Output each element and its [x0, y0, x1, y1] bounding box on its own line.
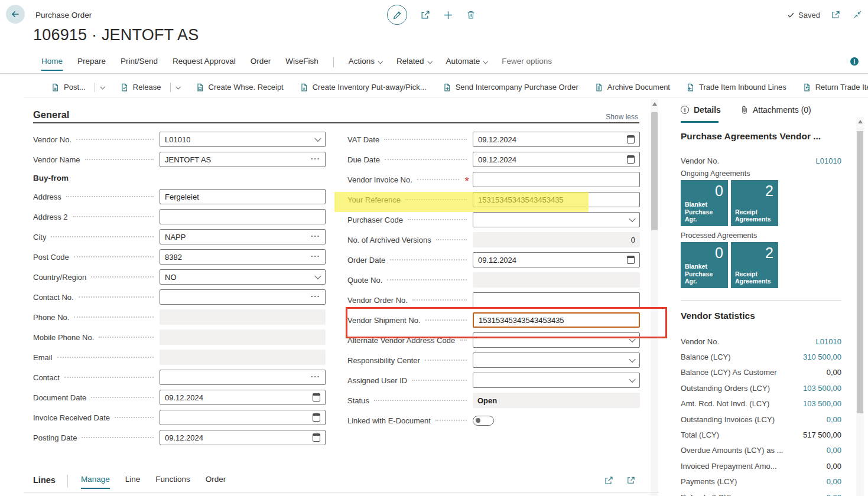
purchase-order-page: Purchase Order Saved 106915 · JENTOFT AS… — [0, 0, 868, 496]
contact-no-field[interactable] — [160, 289, 326, 305]
posting-date-field[interactable]: 09.12.2024 — [160, 430, 326, 445]
chevron-down-icon[interactable] — [629, 216, 635, 222]
chevron-down-icon[interactable] — [314, 273, 321, 279]
back-arrow-icon — [11, 9, 20, 19]
info-icon[interactable]: i — [850, 57, 859, 66]
cue-tile-receipt-agreements-processed[interactable]: 2 Receipt Agreements — [731, 242, 778, 288]
assigned-user-id-field[interactable] — [473, 373, 640, 388]
chevron-down-icon[interactable] — [314, 135, 321, 142]
main-scrollbar[interactable] — [651, 99, 658, 496]
release-button[interactable]: Release — [120, 83, 180, 92]
archive-document-button[interactable]: Archive Document — [594, 83, 670, 92]
scroll-up-arrow-icon[interactable] — [858, 120, 863, 123]
tab-attachments[interactable]: Attachments (0) — [741, 105, 811, 115]
tab-request-approval[interactable]: Request Approval — [173, 57, 236, 71]
menu-related[interactable]: Related — [396, 57, 431, 71]
delete-button[interactable] — [466, 10, 476, 19]
vat-date-field[interactable]: 09.12.2024 — [473, 132, 640, 147]
tab-wisefish[interactable]: WiseFish — [285, 57, 318, 71]
alternate-vendor-address-field[interactable] — [473, 332, 640, 348]
saved-indicator: Saved — [787, 11, 820, 19]
scroll-up-arrow-icon[interactable] — [652, 102, 657, 106]
cue-tile-blanket-purchase-ongoing[interactable]: 0 Blanket Purchase Agr. — [681, 180, 728, 226]
vendor-shipment-no-field[interactable]: 15315345343543453435 — [473, 312, 640, 328]
city-field[interactable]: NAPP — [160, 229, 326, 244]
lines-menu-order[interactable]: Order — [206, 475, 226, 489]
country-region-field[interactable]: NO — [160, 269, 326, 285]
collapse-button[interactable] — [853, 10, 862, 19]
chevron-down-icon[interactable] — [175, 84, 180, 89]
chevron-down-icon[interactable] — [629, 376, 635, 383]
address-field[interactable]: Fergeleiet — [160, 189, 326, 204]
calendar-icon[interactable] — [627, 256, 635, 264]
stat-row-outstanding-orders: Outstanding Orders (LCY)103 500,00 — [681, 380, 841, 396]
vendor-order-no-field[interactable] — [473, 292, 640, 308]
field-row-due-date: Due Date 09.12.2024 — [347, 149, 640, 169]
tab-print-send[interactable]: Print/Send — [121, 57, 158, 71]
menu-automate[interactable]: Automate — [446, 57, 487, 71]
panel-scrollbar[interactable] — [856, 117, 864, 496]
edit-button[interactable] — [387, 5, 407, 25]
fewer-options-button[interactable]: Fewer options — [502, 57, 552, 71]
tab-home[interactable]: Home — [41, 57, 63, 71]
popout-button[interactable] — [831, 10, 840, 19]
invoice-received-date-field[interactable] — [160, 410, 326, 425]
active-tab-underline — [681, 121, 719, 123]
vendor-name-field[interactable]: JENTOFT AS — [160, 152, 326, 167]
assist-edit-icon[interactable] — [311, 292, 320, 300]
vendor-invoice-no-field[interactable] — [473, 172, 640, 187]
tab-details[interactable]: i Details — [681, 105, 721, 115]
menu-actions[interactable]: Actions — [349, 57, 382, 71]
plus-icon — [443, 10, 453, 20]
cue-tile-blanket-purchase-processed[interactable]: 0 Blanket Purchase Agr. — [681, 242, 728, 288]
send-intercompany-button[interactable]: Send Intercompany Purchase Order — [443, 83, 578, 92]
chevron-down-icon[interactable] — [100, 84, 105, 89]
chevron-down-icon[interactable] — [629, 336, 635, 342]
chevron-down-icon[interactable] — [629, 356, 635, 363]
scrollbar-thumb[interactable] — [651, 112, 658, 230]
calendar-icon[interactable] — [313, 393, 320, 402]
assist-edit-icon[interactable] — [311, 155, 320, 162]
contact-field[interactable] — [160, 370, 326, 385]
lines-expand-button[interactable] — [626, 476, 635, 485]
create-inventory-putaway-button[interactable]: Create Inventory Put-away/Pick... — [300, 83, 427, 92]
your-reference-field[interactable]: 15315345343543453435 — [473, 192, 640, 207]
tab-order[interactable]: Order — [251, 57, 271, 71]
trade-item-inbound-lines-button[interactable]: Trade Item Inbound Lines — [686, 83, 786, 92]
create-whse-receipt-button[interactable]: Create Whse. Receipt — [196, 83, 284, 92]
assist-edit-icon[interactable] — [311, 252, 320, 260]
post-code-field[interactable]: 8382 — [160, 249, 326, 265]
new-document-button[interactable] — [443, 10, 453, 20]
calendar-icon[interactable] — [627, 135, 635, 143]
lines-menu-manage[interactable]: Manage — [81, 475, 110, 489]
field-row-purchaser-code: Purchaser Code — [347, 210, 640, 230]
vendor-no-link[interactable]: L01010 — [816, 156, 841, 165]
lines-menu-line[interactable]: Line — [125, 475, 141, 489]
due-date-field[interactable]: 09.12.2024 — [473, 152, 640, 167]
lines-menu-functions[interactable]: Functions — [155, 475, 190, 489]
lines-divider — [67, 475, 68, 488]
show-less-link[interactable]: Show less — [606, 113, 638, 121]
assist-edit-icon[interactable] — [311, 232, 320, 240]
document-date-field[interactable]: 09.12.2024 — [160, 390, 326, 405]
order-date-field[interactable]: 09.12.2024 — [473, 252, 640, 267]
linked-edocument-toggle[interactable] — [473, 416, 494, 426]
back-button[interactable] — [6, 5, 25, 24]
post-button[interactable]: Post... — [51, 83, 104, 92]
collapse-arrows-icon — [853, 10, 862, 19]
calendar-icon[interactable] — [313, 413, 320, 422]
calendar-icon[interactable] — [627, 155, 635, 164]
field-row-vendor-name: Vendor Name JENTOFT AS — [33, 149, 326, 169]
purchaser-code-field[interactable] — [473, 212, 640, 227]
return-trade-items-button[interactable]: Return Trade Items — [802, 83, 868, 92]
calendar-icon[interactable] — [313, 433, 320, 442]
responsibility-center-field[interactable] — [473, 353, 640, 368]
scrollbar-thumb[interactable] — [857, 131, 863, 413]
assist-edit-icon[interactable] — [311, 373, 320, 380]
tab-prepare[interactable]: Prepare — [77, 57, 106, 71]
lines-share-button[interactable] — [604, 476, 613, 485]
cue-tile-receipt-agreements-ongoing[interactable]: 2 Receipt Agreements — [731, 180, 778, 226]
share-button[interactable] — [420, 10, 430, 20]
vendor-no-field[interactable]: L01010 — [160, 132, 326, 147]
address-2-field[interactable] — [160, 209, 326, 224]
